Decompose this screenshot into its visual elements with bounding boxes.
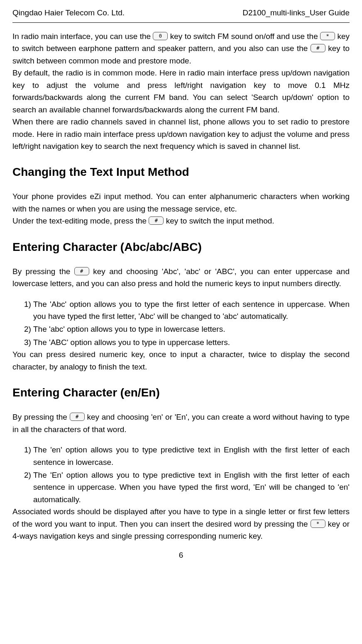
text-fragment: In radio main interface, you can use the <box>12 32 153 41</box>
hash-key-icon: # <box>70 413 85 421</box>
paragraph-abc-after: You can press desired numeric key, once … <box>12 348 350 373</box>
star-key-icon: * <box>311 520 325 528</box>
text-fragment: key to switch FM sound on/off and use th… <box>168 32 320 41</box>
text-fragment: Associated words should be displayed aft… <box>12 507 350 528</box>
hash-key-icon: # <box>74 267 89 275</box>
list-text: The 'abc' option allows you to type in l… <box>27 323 350 335</box>
list-text: The 'En' option allows you to type predi… <box>27 469 350 505</box>
heading-en: Entering Character (en/En) <box>12 386 350 399</box>
heading-abc: Entering Character (Abc/abc/ABC) <box>12 241 350 254</box>
en-options-list: 1) The 'en' option allows you to type pr… <box>12 444 350 505</box>
paragraph-radio-intro: In radio main interface, you can use the… <box>12 30 350 67</box>
list-text: The 'en' option allows you to type predi… <box>27 444 350 468</box>
hash-key-icon: # <box>311 44 325 52</box>
list-number: 2) <box>12 323 27 335</box>
hash-key-icon: # <box>149 216 164 225</box>
section-en-after: Associated words should be displayed aft… <box>12 505 350 542</box>
intro-paragraphs: In radio main interface, you can use the… <box>12 30 350 152</box>
list-item: 3) The 'ABC' option allows you to type i… <box>12 336 350 348</box>
section-abc-intro: By pressing the # key and choosing 'Abc'… <box>12 265 350 290</box>
paragraph-ezi: Your phone provides eZi input method. Yo… <box>12 190 350 215</box>
page-header: Qingdao Haier Telecom Co. Ltd. D2100_mul… <box>12 8 350 23</box>
list-text: The 'ABC' option allows you to type in u… <box>27 336 350 348</box>
list-number: 1) <box>12 444 27 468</box>
list-number: 3) <box>12 336 27 348</box>
paragraph-en-intro: By pressing the # key and choosing 'en' … <box>12 411 350 435</box>
section-abc-after: You can press desired numeric key, once … <box>12 348 350 373</box>
paragraph-en-after: Associated words should be displayed aft… <box>12 505 350 542</box>
section-en-intro: By pressing the # key and choosing 'en' … <box>12 411 350 435</box>
list-item: 2) The 'En' option allows you to type pr… <box>12 469 350 505</box>
paragraph-switch-input: Under the text-editing mode, press the #… <box>12 215 350 227</box>
list-item: 1) The 'en' option allows you to type pr… <box>12 444 350 468</box>
list-item: 2) The 'abc' option allows you to type i… <box>12 323 350 335</box>
list-text: The 'Abc' option allows you to type the … <box>27 298 350 323</box>
text-fragment: Under the text-editing mode, press the <box>12 216 149 225</box>
page-number: 6 <box>12 551 350 560</box>
text-fragment: By pressing the <box>12 413 70 421</box>
header-left: Qingdao Haier Telecom Co. Ltd. <box>12 8 125 17</box>
abc-options-list: 1) The 'Abc' option allows you to type t… <box>12 298 350 349</box>
section-input-method-body: Your phone provides eZi input method. Yo… <box>12 190 350 227</box>
zero-key-icon: 0 <box>153 32 168 40</box>
heading-input-method: Changing the Text Input Method <box>12 165 350 179</box>
text-fragment: By pressing the <box>12 267 74 276</box>
star-key-icon: * <box>320 32 335 40</box>
list-number: 1) <box>12 298 27 323</box>
list-number: 2) <box>12 469 27 505</box>
header-right: D2100_multi-links_User Guide <box>242 8 350 17</box>
paragraph-abc-intro: By pressing the # key and choosing 'Abc'… <box>12 265 350 290</box>
list-item: 1) The 'Abc' option allows you to type t… <box>12 298 350 323</box>
paragraph-common-mode: By default, the radio is in common mode.… <box>12 67 350 116</box>
paragraph-prestore-mode: When there are radio channels saved in c… <box>12 116 350 152</box>
text-fragment: key to switch the input method. <box>164 216 274 225</box>
